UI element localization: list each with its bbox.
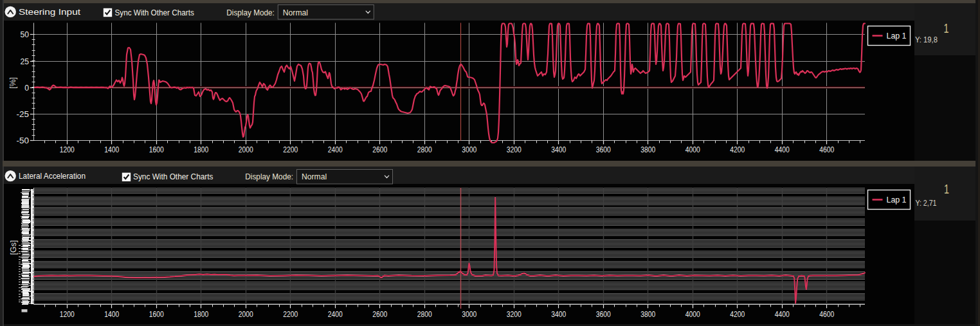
svg-text:1200: 1200 — [60, 145, 75, 154]
svg-text:-25: -25 — [17, 109, 30, 119]
svg-text:1400: 1400 — [104, 145, 119, 154]
svg-text:[Gs]: [Gs] — [9, 240, 18, 255]
svg-text:4600: 4600 — [819, 145, 834, 154]
svg-text:3400: 3400 — [551, 145, 566, 154]
svg-text:Sync With Other Charts: Sync With Other Charts — [133, 172, 213, 181]
svg-text:1200: 1200 — [60, 309, 75, 319]
svg-text:1400: 1400 — [104, 309, 119, 319]
svg-text:3400: 3400 — [551, 309, 566, 319]
svg-text:Display Mode:: Display Mode: — [245, 172, 293, 181]
svg-text:3000: 3000 — [462, 309, 476, 319]
svg-text:1: 1 — [944, 183, 949, 196]
svg-text:2600: 2600 — [372, 145, 387, 154]
svg-text:2800: 2800 — [417, 309, 432, 319]
svg-text:1: 1 — [944, 21, 949, 35]
svg-text:4200: 4200 — [730, 309, 745, 319]
svg-text:2400: 2400 — [328, 145, 343, 154]
svg-text:4000: 4000 — [685, 145, 700, 154]
svg-text:2800: 2800 — [417, 145, 432, 154]
svg-text:2200: 2200 — [283, 145, 298, 154]
svg-text:1800: 1800 — [194, 309, 208, 319]
svg-text:3200: 3200 — [507, 309, 522, 319]
svg-text:Normal: Normal — [283, 8, 308, 17]
svg-text:3600: 3600 — [596, 145, 611, 154]
svg-text:2600: 2600 — [372, 309, 387, 319]
svg-text:4000: 4000 — [685, 309, 700, 319]
svg-text:4400: 4400 — [775, 145, 790, 154]
svg-text:3600: 3600 — [596, 309, 611, 319]
svg-text:4400: 4400 — [775, 309, 790, 319]
svg-text:2200: 2200 — [283, 309, 298, 319]
svg-text:1600: 1600 — [149, 309, 164, 319]
svg-text:[%]: [%] — [8, 77, 17, 89]
svg-text:3000: 3000 — [462, 145, 476, 154]
svg-text:Display Mode:: Display Mode: — [226, 8, 275, 17]
svg-text:4600: 4600 — [819, 309, 834, 319]
svg-text:3800: 3800 — [640, 309, 655, 319]
svg-text:Lap 1: Lap 1 — [887, 195, 907, 204]
svg-text:Lateral Acceleration: Lateral Acceleration — [19, 171, 86, 181]
svg-text:25: 25 — [21, 57, 30, 66]
svg-text:2000: 2000 — [239, 145, 253, 154]
svg-text:3200: 3200 — [507, 145, 522, 154]
svg-text:Y: 19,8: Y: 19,8 — [915, 35, 938, 44]
svg-text:0: 0 — [24, 83, 29, 93]
svg-text:Sync With Other Charts: Sync With Other Charts — [115, 8, 195, 17]
svg-text:-50: -50 — [17, 136, 30, 145]
svg-text:4200: 4200 — [730, 145, 745, 154]
svg-text:Y: 2,71: Y: 2,71 — [916, 199, 937, 208]
svg-text:2400: 2400 — [328, 309, 343, 319]
svg-text:Normal: Normal — [302, 172, 327, 181]
svg-text:3800: 3800 — [640, 145, 655, 154]
svg-text:2000: 2000 — [239, 309, 253, 319]
svg-text:1600: 1600 — [149, 145, 164, 154]
svg-text:1800: 1800 — [194, 145, 208, 154]
svg-text:Steering Input: Steering Input — [19, 7, 80, 17]
svg-text:Lap 1: Lap 1 — [887, 31, 907, 41]
svg-text:50: 50 — [21, 30, 30, 39]
